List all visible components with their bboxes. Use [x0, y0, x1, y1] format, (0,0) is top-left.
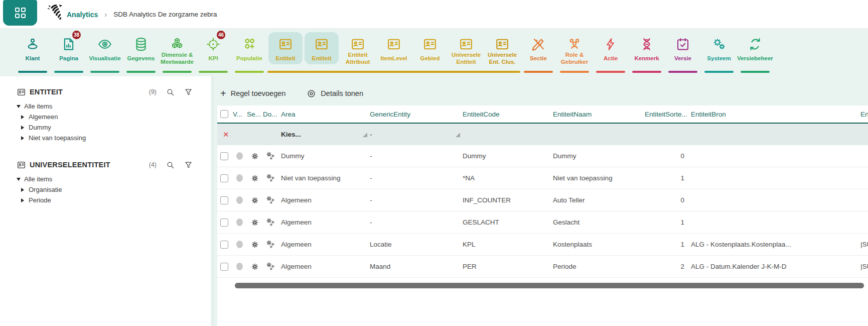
tree: Alle itemsAlgemeenDummyNiet van toepassi…	[17, 101, 193, 143]
chevron-right-icon[interactable]	[21, 198, 29, 202]
multi-gear-icon[interactable]	[266, 262, 276, 272]
multi-gear-icon[interactable]	[266, 218, 276, 228]
tree-item-alle-items[interactable]: Alle items	[17, 101, 193, 112]
column-header-entiteitbron[interactable]: EntiteitBron	[689, 111, 859, 118]
ribbon-tab-actie[interactable]: Actie	[593, 29, 629, 76]
area-filter-input[interactable]: Kies...	[279, 131, 368, 138]
search-icon[interactable]	[166, 161, 175, 169]
ribbon-tab-entiteit-attribuut[interactable]: Entiteit Attribuut	[340, 29, 376, 76]
ribbon-tab-visualisatie[interactable]: Visualisatie	[87, 29, 123, 76]
horizontal-scrollbar-thumb[interactable]	[235, 283, 864, 288]
multi-gear-icon[interactable]	[266, 151, 276, 161]
clear-filter-icon[interactable]: ✕	[223, 130, 229, 139]
table-row[interactable]: AlgemeenLocatieKPLKostenplaats1ALG - Kos…	[217, 234, 868, 256]
chevron-right-icon[interactable]	[21, 115, 29, 119]
show-details-button[interactable]: Details tonen	[307, 89, 363, 98]
ribbon-tab-klant[interactable]: Klant	[15, 29, 51, 76]
ribbon-tab-gebied[interactable]: Gebied	[412, 29, 448, 76]
app-launcher-button[interactable]	[3, 0, 37, 26]
settings-gear-icon[interactable]	[251, 219, 259, 227]
table-row[interactable]: Algemeen-INF_COUNTERAuto Teller0	[217, 189, 868, 211]
table-row[interactable]: Dummy-DummyDummy0	[217, 145, 868, 167]
database-icon	[133, 37, 149, 52]
row-checkbox[interactable]	[220, 174, 228, 182]
search-icon[interactable]	[166, 88, 175, 96]
genericentity-filter-input[interactable]: -	[368, 131, 461, 138]
tree-item-organisatie[interactable]: Organisatie	[17, 184, 193, 195]
ribbon-tab-gegevens[interactable]: Gegevens	[123, 29, 159, 76]
filter-icon[interactable]	[184, 88, 193, 96]
chevron-right-icon[interactable]	[21, 188, 29, 192]
tree-item-periode[interactable]: Periode	[17, 195, 193, 205]
sidebar: ENTITEIT(9)Alle itemsAlgemeenDummyNiet v…	[0, 76, 211, 326]
settings-gear-icon[interactable]	[251, 152, 259, 160]
multi-gear-icon[interactable]	[266, 240, 276, 250]
column-header-v[interactable]: V...	[231, 111, 245, 118]
content-area: ENTITEIT(9)Alle itemsAlgemeenDummyNiet v…	[0, 76, 868, 326]
row-checkbox[interactable]	[220, 241, 228, 249]
row-checkbox[interactable]	[220, 263, 228, 271]
ribbon-tab-universele-entiteit[interactable]: Universele Entiteit	[448, 29, 484, 76]
tree-item-niet-van-toepassing[interactable]: Niet van toepassing	[17, 133, 193, 143]
column-header-do[interactable]: Do...	[261, 111, 279, 118]
ribbon-tab-entiteit-2[interactable]: Entiteit	[304, 29, 340, 76]
ribbon-tab-versie[interactable]: Versie	[665, 29, 701, 76]
cell-entiteitcode: PER	[461, 263, 551, 270]
tree-item-alle-items[interactable]: Alle items	[17, 174, 193, 184]
select-all-checkbox[interactable]	[220, 110, 228, 118]
pencil-ruler-icon	[531, 37, 546, 52]
ribbon-tab-kenmerk[interactable]: Kenmerk	[629, 29, 665, 76]
row-checkbox[interactable]	[220, 196, 228, 204]
filter-corner-handle[interactable]	[363, 133, 367, 137]
idcard-icon	[422, 37, 438, 52]
ribbon-tab-kpi[interactable]: 46KPI	[195, 29, 231, 76]
settings-gear-icon[interactable]	[251, 241, 259, 249]
multi-gear-icon[interactable]	[266, 173, 276, 183]
tab-underline	[340, 71, 376, 73]
ribbon-tab-universele-ent-clus[interactable]: Universele Ent. Clus.	[484, 29, 520, 76]
ribbon-tab-pagina[interactable]: 38Pagina	[51, 29, 87, 76]
column-header-entiteitcode[interactable]: EntiteitCode	[461, 111, 551, 118]
table-row[interactable]: AlgemeenMaandPERPeriode2ALG - Datum.Kale…	[217, 256, 868, 278]
filter-icon[interactable]	[184, 161, 193, 169]
ribbon-tab-versiebeheer[interactable]: Versiebeheer	[737, 29, 773, 76]
tab-underline	[18, 71, 47, 73]
breadcrumb-app-link[interactable]: Analytics	[67, 11, 98, 19]
tab-underline	[448, 71, 484, 73]
filter-corner-handle[interactable]	[456, 133, 460, 137]
column-header-entiteitsortering[interactable]: EntiteitSorte...	[643, 111, 689, 118]
tab-underline	[524, 71, 553, 73]
ribbon-tab-populatie[interactable]: Populatie	[231, 29, 267, 76]
ribbon-tab-sectie[interactable]: Sectie	[520, 29, 556, 76]
add-row-button[interactable]: + Regel toevoegen	[220, 88, 285, 98]
settings-gear-icon[interactable]	[251, 174, 259, 182]
column-header-entiteitnaam[interactable]: EntiteitNaam	[551, 111, 643, 118]
column-header-se[interactable]: Se...	[245, 111, 261, 118]
top-bar: Analytics › SDB Analytics De zorgzame ze…	[0, 0, 868, 29]
tree-item-algemeen[interactable]: Algemeen	[17, 112, 193, 122]
chevron-down-icon[interactable]	[17, 105, 24, 108]
header-select-all[interactable]	[217, 110, 231, 118]
chevron-right-icon[interactable]	[21, 126, 29, 130]
ribbon-tab-itemlevel[interactable]: ItemLevel	[376, 29, 412, 76]
ribbon-tab-systeem[interactable]: Systeem	[701, 29, 737, 76]
column-header-en[interactable]: En	[859, 111, 868, 118]
row-checkbox[interactable]	[220, 152, 228, 160]
ribbon-tab-role-gebruiker[interactable]: Role & Gebruiker	[556, 29, 593, 76]
column-header-area[interactable]: Area	[279, 111, 368, 118]
multi-gear-icon[interactable]	[266, 195, 276, 205]
chevron-right-icon[interactable]	[21, 136, 29, 140]
recycle-icon	[748, 37, 763, 52]
tree-item-dummy[interactable]: Dummy	[17, 122, 193, 133]
ribbon-tab-entiteit[interactable]: Entiteit	[267, 29, 304, 76]
table-row[interactable]: Niet van toepassing-*NANiet van toepassi…	[217, 167, 868, 189]
settings-gear-icon[interactable]	[251, 196, 259, 204]
row-checkbox[interactable]	[220, 219, 228, 227]
column-header-genericentity[interactable]: GenericEntity	[368, 111, 461, 118]
cell-area: Algemeen	[279, 241, 368, 248]
chevron-down-icon[interactable]	[17, 178, 24, 181]
table-row[interactable]: Algemeen-GESLACHTGeslacht1	[217, 211, 868, 234]
tab-underline	[267, 71, 304, 73]
settings-gear-icon[interactable]	[251, 263, 259, 271]
ribbon-tab-dimensie-meetwaarde[interactable]: Dimensie & Meetwaarde	[159, 29, 195, 76]
